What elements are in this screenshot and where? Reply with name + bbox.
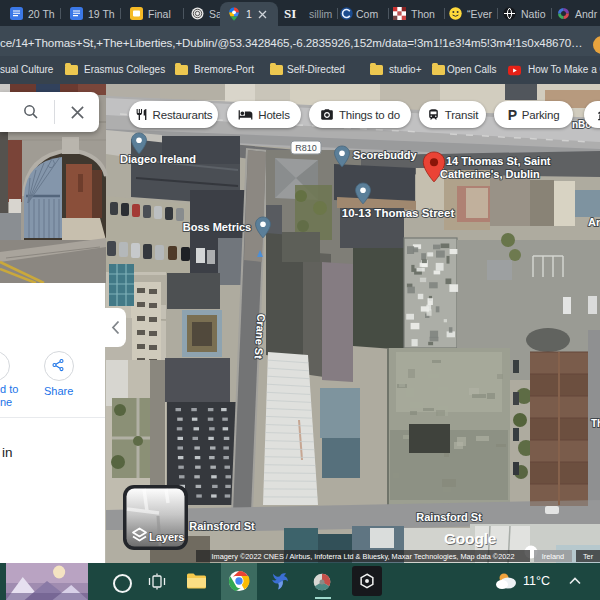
svg-text:Google: Google xyxy=(444,530,497,547)
svg-text:R810: R810 xyxy=(295,143,317,153)
svg-text:10-13 Thomas Street: 10-13 Thomas Street xyxy=(342,207,455,219)
svg-text:Scorebuddy: Scorebuddy xyxy=(353,149,417,161)
svg-text:Ireland: Ireland xyxy=(542,552,564,561)
svg-text:Ar: Ar xyxy=(588,216,600,228)
svg-text:Catherine's, Dublin: Catherine's, Dublin xyxy=(440,168,540,180)
svg-text:Rainsford St: Rainsford St xyxy=(416,511,482,523)
svg-text:Th: Th xyxy=(591,418,600,429)
svg-text:Boss Metrics: Boss Metrics xyxy=(183,221,251,233)
svg-text:14 Thomas St, Saint: 14 Thomas St, Saint xyxy=(446,155,551,167)
svg-text:Layers: Layers xyxy=(149,531,184,543)
svg-text:Imagery ©2022 CNES / Airbus, I: Imagery ©2022 CNES / Airbus, Infoterra L… xyxy=(212,552,515,561)
svg-text:Rainsford St: Rainsford St xyxy=(189,520,255,532)
svg-text:Ter: Ter xyxy=(583,552,594,561)
svg-text:Diageo Ireland: Diageo Ireland xyxy=(120,153,196,165)
